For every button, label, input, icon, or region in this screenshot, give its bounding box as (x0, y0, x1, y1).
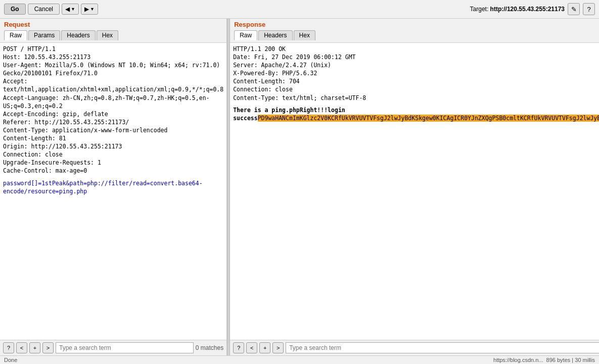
request-search-prev[interactable]: < (16, 342, 27, 353)
response-encoded: PD9waHANCmImKGlzc2V0KCRfUkVRVUVTVFsgJ2lw… (258, 115, 599, 122)
request-line-9: Content-Length: 81 (3, 134, 223, 142)
go-button[interactable]: Go (4, 4, 26, 15)
response-search-help[interactable]: ? (233, 342, 244, 353)
target-label: Target: http://120.55.43.255:21173 (470, 6, 565, 13)
tab-request-headers[interactable]: Headers (61, 30, 95, 40)
response-line-4: X-Powered-By: PHP/5.6.32 (233, 69, 599, 77)
status-right: https://blog.csdn.n... 896 bytes | 30 mi… (493, 357, 595, 363)
status-done: Done (4, 357, 17, 363)
back-button[interactable]: ◀ ▼ (62, 4, 79, 15)
tab-response-headers[interactable]: Headers (258, 30, 292, 40)
request-title: Request (4, 21, 222, 28)
request-line-6: Accept-Encoding: gzip, deflate (3, 110, 223, 118)
request-line-13: Cache-Control: max-age=0 (3, 167, 223, 175)
response-panel-header: Response Raw Headers Hex (230, 19, 599, 43)
request-line-2: Host: 120.55.43.255:21173 (3, 53, 223, 61)
response-body[interactable]: HTTP/1.1 200 OK Date: Fri, 27 Dec 2019 0… (230, 43, 599, 340)
back-icon: ◀ (65, 6, 70, 13)
response-search-prev[interactable]: < (246, 342, 257, 353)
response-line-2: Date: Fri, 27 Dec 2019 06:00:12 GMT (233, 53, 599, 61)
tab-request-hex[interactable]: Hex (97, 30, 118, 40)
response-search-input[interactable] (286, 342, 599, 353)
forward-icon: ▶ (84, 6, 89, 13)
response-line-3: Server: Apache/2.4.27 (Unix) (233, 61, 599, 69)
request-panel: Request Raw Params Headers Hex POST / HT… (0, 19, 227, 355)
forward-button[interactable]: ▶ ▼ (81, 4, 98, 15)
response-search-next[interactable]: > (272, 342, 284, 353)
status-url: https://blog.csdn.n... (493, 357, 543, 363)
forward-dropdown-icon: ▼ (90, 7, 95, 12)
request-body-link: password[]=1stPeak&path=php://filter/rea… (3, 180, 203, 195)
response-tabs: Raw Headers Hex (234, 30, 599, 40)
request-line-4: Accept: text/html,application/xhtml+xml,… (3, 77, 223, 93)
request-search-bar: ? < + > 0 matches (0, 340, 226, 355)
status-info: 896 bytes | 30 millis (546, 357, 595, 363)
request-line-5: Accept-Language: zh-CN,zh;q=0.8,zh-TW;q=… (3, 94, 223, 110)
response-line-6: Connection: close (233, 85, 599, 93)
target-url: http://120.55.43.255:21173 (490, 6, 565, 13)
tab-request-params[interactable]: Params (28, 30, 60, 40)
request-line-11: Connection: close (3, 150, 223, 159)
response-body-text: There is a ping.phpRight!!!login success… (233, 106, 599, 122)
response-panel: Response Raw Headers Hex HTTP/1.1 200 OK… (230, 19, 599, 355)
response-search-add[interactable]: + (259, 342, 270, 353)
toolbar-right: Target: http://120.55.43.255:21173 ✎ ? (470, 3, 595, 15)
toolbar-left: Go Cancel ◀ ▼ ▶ ▼ (4, 4, 468, 15)
request-line-12: Upgrade-Insecure-Requests: 1 (3, 159, 223, 167)
tab-response-hex[interactable]: Hex (294, 30, 315, 40)
help-button[interactable]: ? (583, 3, 595, 15)
request-search-add[interactable]: + (29, 342, 40, 353)
request-line-3: User-Agent: Mozilla/5.0 (Windows NT 10.0… (3, 61, 223, 77)
request-panel-header: Request Raw Params Headers Hex (0, 19, 226, 43)
toolbar: Go Cancel ◀ ▼ ▶ ▼ Target: http://120.55.… (0, 0, 599, 19)
response-line-5: Content-Length: 704 (233, 77, 599, 85)
request-search-next[interactable]: > (42, 342, 54, 353)
request-line-1: POST / HTTP/1.1 (3, 45, 223, 53)
request-search-input[interactable] (56, 342, 194, 353)
main-content: Request Raw Params Headers Hex POST / HT… (0, 19, 599, 355)
tab-response-raw[interactable]: Raw (234, 30, 257, 40)
response-search-bar: ? < + > 0 matches (230, 340, 599, 355)
response-line-7: Content-Type: text/html; charset=UTF-8 (233, 94, 599, 102)
response-title: Response (234, 21, 599, 28)
back-dropdown-icon: ▼ (71, 7, 75, 12)
request-tabs: Raw Params Headers Hex (4, 30, 222, 40)
request-body-text: password[]=1stPeak&path=php://filter/rea… (3, 179, 223, 195)
response-line-1: HTTP/1.1 200 OK (233, 45, 599, 53)
request-line-10: Origin: http://120.55.43.255:21173 (3, 142, 223, 150)
request-matches: 0 matches (196, 344, 223, 351)
request-search-help[interactable]: ? (3, 342, 14, 353)
cancel-button[interactable]: Cancel (28, 4, 60, 15)
request-line-7: Referer: http://120.55.43.255:21173/ (3, 118, 223, 126)
status-bar: Done https://blog.csdn.n... 896 bytes | … (0, 355, 599, 364)
request-body[interactable]: POST / HTTP/1.1 Host: 120.55.43.255:2117… (0, 43, 226, 340)
edit-target-button[interactable]: ✎ (568, 3, 580, 15)
tab-request-raw[interactable]: Raw (4, 30, 27, 40)
request-line-8: Content-Type: application/x-www-form-url… (3, 126, 223, 134)
